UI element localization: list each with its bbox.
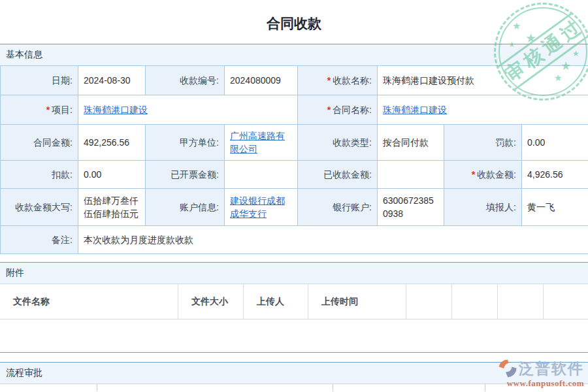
section-attachments-header: 附件	[0, 262, 588, 284]
contract-amount-value: 492,256.56	[78, 125, 146, 161]
section-basic-info-header: 基本信息	[0, 44, 588, 65]
attachment-col-file-size: 文件大小	[178, 284, 244, 319]
contract-name-link[interactable]: 珠海鹤港口建设	[383, 105, 447, 115]
penalty-label: 罚款:	[444, 125, 522, 161]
project-link[interactable]: 珠海鹤港口建设	[84, 105, 148, 115]
attachment-header-empty-cell	[452, 284, 498, 319]
amount-in-words-label: 收款金额大写:	[1, 189, 78, 226]
approval-table-stub-cell	[0, 384, 97, 391]
invoiced-amount-value	[225, 161, 298, 189]
fanpu-logo-icon	[498, 359, 517, 378]
attachment-col-file-name: 文件名称	[0, 284, 178, 319]
form-row: 日期: 2024-08-30 收款编号: 2024080009 *收款名称: 珠…	[1, 66, 588, 95]
form-row: *项目: 珠海鹤港口建设 *合同名称: 珠海鹤港口建设	[1, 95, 588, 125]
account-info-label: 账户信息:	[146, 189, 225, 226]
fanpu-logo-row: 泛普软件	[498, 359, 584, 378]
receipt-amount-value: 4,926.56	[522, 161, 588, 189]
account-info-value: 建设银行成都成华支行	[225, 189, 298, 226]
attachment-header-empty-cell	[498, 284, 544, 319]
penalty-value: 0.00	[522, 125, 588, 161]
basic-info-table: 日期: 2024-08-30 收款编号: 2024080009 *收款名称: 珠…	[0, 65, 588, 254]
receipt-type-label: 收款类型:	[298, 125, 378, 161]
receipt-amount-label: *收款金额:	[444, 161, 522, 189]
contract-name-value: 珠海鹤港口建设	[378, 95, 588, 125]
receipt-no-label: 收款编号:	[146, 66, 225, 95]
project-label: *项目:	[1, 95, 78, 125]
attachment-col-upload-time: 上传时间	[308, 284, 406, 319]
received-amount-label: 已收款金额:	[298, 161, 378, 189]
receipt-no-value: 2024080009	[225, 66, 298, 95]
remarks-value: 本次收款为月度进度款收款	[78, 226, 588, 254]
required-mark: *	[327, 105, 331, 115]
form-row: 收款金额大写: 伍拾肆万叁仟伍佰肆拾伍元 账户信息: 建设银行成都成华支行 银行…	[1, 189, 588, 226]
approval-table-stub-cell	[97, 384, 333, 391]
deduction-value: 0.00	[78, 161, 146, 189]
fanpu-logo-url: www.fanpusoft.com	[498, 379, 584, 387]
required-mark: *	[327, 75, 331, 86]
receipt-type-value: 按合同付款	[378, 125, 444, 161]
party-a-link[interactable]: 广州高速路有限公司	[230, 131, 285, 154]
contract-amount-label: 合同金额:	[1, 125, 78, 161]
party-a-value: 广州高速路有限公司	[225, 125, 298, 161]
preparer-value: 黄一飞	[522, 189, 588, 226]
amount-in-words-value: 伍拾肆万叁仟伍佰肆拾伍元	[78, 189, 146, 226]
attachment-header-empty-cell	[406, 284, 452, 319]
attachment-header-empty-cell	[544, 284, 588, 319]
date-value: 2024-08-30	[78, 66, 146, 95]
form-row: 备注: 本次收款为月度进度款收款	[1, 226, 588, 254]
form-row: 合同金额: 492,256.56 甲方单位: 广州高速路有限公司 收款类型: 按…	[1, 125, 588, 161]
deduction-label: 扣款:	[1, 161, 78, 189]
remarks-label: 备注:	[1, 226, 78, 254]
preparer-label: 填报人:	[444, 189, 522, 226]
date-label: 日期:	[1, 66, 78, 95]
approval-table-stub-cell	[333, 384, 485, 391]
bank-account-value: 63006723850938	[378, 189, 444, 226]
invoiced-amount-label: 已开票金额:	[146, 161, 225, 189]
required-mark: *	[472, 169, 475, 180]
party-a-label: 甲方单位:	[146, 125, 225, 161]
receipt-name-label: *收款名称:	[298, 66, 378, 95]
attachments-header-row: 文件名称 文件大小 上传人 上传时间	[0, 284, 588, 319]
bank-account-label: 银行账户:	[298, 189, 378, 226]
contract-name-label: *合同名称:	[298, 95, 378, 125]
project-value: 珠海鹤港口建设	[78, 95, 298, 125]
attachments-empty-list	[0, 319, 588, 353]
contract-receipt-page: 合同收款 审核通过 ★ ★ ★ ★ ★ ★ 基本信息 日期: 2024-08-3…	[0, 0, 588, 392]
page-title: 合同收款	[0, 0, 588, 44]
required-mark: *	[46, 105, 50, 115]
received-amount-value	[378, 161, 444, 189]
fanpu-logo: 泛普软件 www.fanpusoft.com	[498, 359, 584, 387]
receipt-name-value: 珠海鹤港口建设预付款	[378, 66, 588, 95]
form-row: 扣款: 0.00 已开票金额: 已收款金额: *收款金额: 4,926.56	[1, 161, 588, 189]
section-gap	[0, 254, 588, 262]
fanpu-logo-text: 泛普软件	[519, 361, 584, 376]
attachment-col-uploader: 上传人	[244, 284, 308, 319]
account-info-link[interactable]: 建设银行成都成华支行	[230, 195, 285, 219]
